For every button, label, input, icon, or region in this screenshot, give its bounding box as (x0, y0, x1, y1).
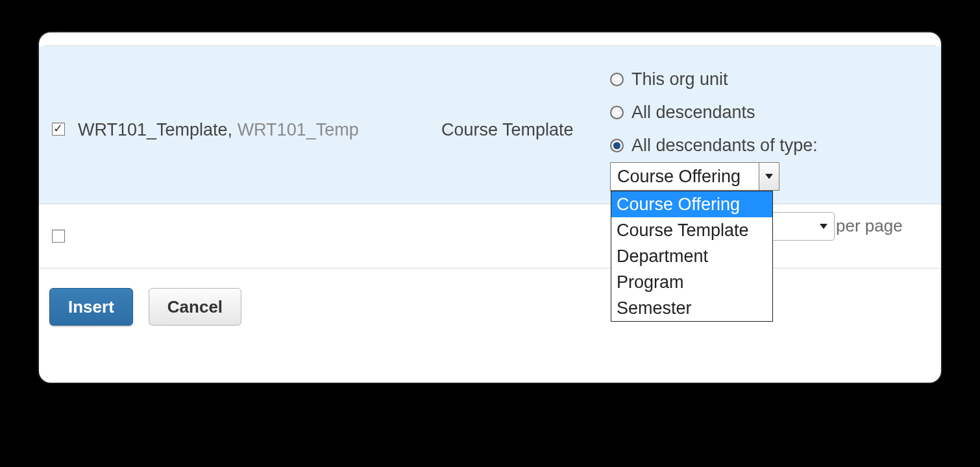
scope-options: This org unit All descendants All descen… (610, 59, 941, 191)
row-checkbox[interactable] (52, 123, 65, 136)
select-all-checkbox[interactable] (52, 230, 65, 243)
scope-option-all-descendants[interactable]: All descendants (610, 96, 941, 129)
cancel-button[interactable]: Cancel (149, 288, 241, 326)
org-unit-type: Course Template (441, 59, 610, 140)
chevron-down-icon (765, 174, 773, 179)
descendant-type-dropdown: Course Offering Course Template Departme… (611, 191, 773, 322)
chevron-down-icon (820, 224, 827, 229)
per-page-label: per page (836, 216, 903, 236)
insert-button[interactable]: Insert (49, 288, 133, 326)
dropdown-option[interactable]: Program (611, 269, 772, 295)
comma: , (228, 120, 238, 139)
select-value: Course Offering (611, 163, 759, 190)
org-unit-row: WRT101_Template, WRT101_Temp Course Temp… (39, 46, 941, 204)
org-unit-name: WRT101_Template (78, 120, 228, 139)
scope-label: All descendants (631, 102, 755, 123)
dropdown-option[interactable]: Semester (611, 295, 772, 321)
dialog-footer: Insert Cancel (39, 269, 941, 326)
select-toggle[interactable] (759, 163, 779, 190)
scope-label: All descendants of type: (631, 136, 818, 156)
dropdown-option[interactable]: Course Template (611, 217, 772, 243)
scope-option-this-org-unit[interactable]: This org unit (610, 63, 941, 96)
dialog-frame: WRT101_Template, WRT101_Temp Course Temp… (39, 32, 941, 383)
descendant-type-select[interactable]: Course Offering Course Offering Course T… (610, 162, 779, 191)
radio-icon (610, 139, 624, 152)
dropdown-option[interactable]: Course Offering (611, 191, 772, 217)
radio-icon (610, 73, 624, 86)
scope-label: This org unit (631, 69, 728, 90)
dropdown-option[interactable]: Department (611, 243, 772, 269)
radio-icon (610, 106, 624, 119)
scope-option-all-descendants-of-type[interactable]: All descendants of type: (610, 129, 941, 162)
org-unit-name-cell: WRT101_Template, WRT101_Temp (65, 59, 441, 140)
pager-row: per page (39, 204, 941, 269)
org-unit-code: WRT101_Temp (238, 120, 359, 139)
